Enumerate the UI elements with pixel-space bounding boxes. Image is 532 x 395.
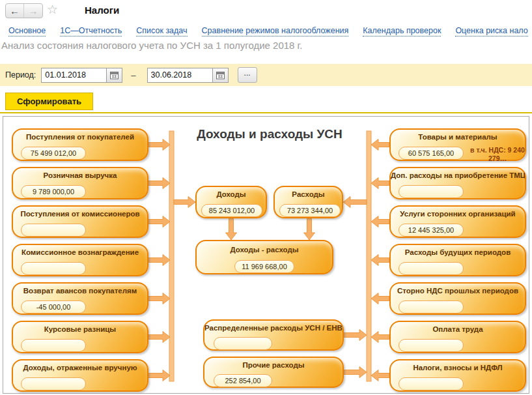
section-links: Основное 1С—Отчетность Список задач Срав… <box>8 26 532 37</box>
node-commission-fee[interactable]: Комиссионное вознаграждение <box>12 244 148 276</box>
node-title: Поступления от покупателей <box>13 133 147 141</box>
favorite-star-icon[interactable]: ☆ <box>47 2 58 17</box>
arrow-icon <box>371 370 389 381</box>
back-button[interactable]: ← <box>6 4 24 18</box>
node-receipts-from-commissioners[interactable]: Поступления от комиссионеров <box>12 205 148 238</box>
node-distributed-expenses[interactable]: Распределенные расходы УСН / ЕНВД <box>203 319 344 351</box>
arrow-icon <box>148 370 170 381</box>
node-future-period-expenses[interactable]: Расходы будущих периодов <box>389 244 526 276</box>
period-to-field <box>147 68 229 83</box>
arrow-icon <box>148 332 170 343</box>
calendar-glyph <box>216 71 225 80</box>
period-from-field <box>41 68 122 83</box>
generate-button[interactable]: Сформировать <box>5 93 93 110</box>
node-value: 9 789 000,00 <box>21 185 86 198</box>
diagram-canvas: Доходы и расходы УСН Поступления от поку… <box>3 117 529 393</box>
node-title: Возврат авансов покупателям <box>13 287 147 295</box>
diagram-title: Доходы и расходы УСН <box>195 127 344 141</box>
link-tax-mode-comparison[interactable]: Сравнение режимов налогообложения <box>202 26 349 37</box>
period-label: Период: <box>5 70 36 80</box>
node-title: Оплата труда <box>391 325 525 333</box>
node-manual-income[interactable]: Доходы, отраженные вручную <box>12 359 148 392</box>
node-title: Доходы <box>197 190 266 198</box>
node-value <box>399 377 464 390</box>
arrow-icon <box>371 216 389 227</box>
period-to-input[interactable] <box>148 68 212 82</box>
link-main[interactable]: Основное <box>8 26 46 37</box>
node-value <box>399 300 464 314</box>
left-trunk-line <box>169 131 174 381</box>
period-more-button[interactable]: ... <box>238 67 257 83</box>
node-receipts-from-buyers[interactable]: Поступления от покупателей 75 499 012,00 <box>12 128 148 161</box>
node-title: Курсовые разницы <box>13 325 147 333</box>
node-value <box>399 339 464 352</box>
node-title: Прочие расходы <box>204 361 343 369</box>
node-value <box>21 377 86 390</box>
arrow-icon <box>148 255 170 266</box>
node-value: 60 575 165,00 <box>399 147 464 160</box>
node-income[interactable]: Доходы 85 243 012,00 <box>195 186 267 218</box>
calendar-icon[interactable] <box>212 68 228 82</box>
arrow-icon <box>343 197 367 208</box>
arrow-icon <box>174 197 195 208</box>
node-other-expenses[interactable]: Прочие расходы 252 854,00 <box>203 357 344 388</box>
diagram-panel: Доходы и расходы УСН Поступления от поку… <box>3 116 529 394</box>
arrow-icon <box>371 178 389 189</box>
node-taxes-contributions[interactable]: Налоги, взносы и НДФЛ <box>389 359 526 392</box>
forward-button[interactable]: → <box>24 4 42 18</box>
node-title: Услуги сторонних организаций <box>391 210 525 218</box>
calendar-icon[interactable] <box>106 68 122 82</box>
node-title: Поступления от комиссионеров <box>13 210 147 218</box>
calendar-glyph <box>110 71 119 80</box>
link-audit-calendar[interactable]: Календарь проверок <box>363 26 441 37</box>
node-exchange-differences[interactable]: Курсовые разницы <box>12 321 148 353</box>
arrow-icon <box>344 330 367 341</box>
arrow-icon <box>371 293 389 304</box>
arrow-icon <box>148 139 170 151</box>
link-task-list[interactable]: Список задач <box>136 26 187 37</box>
link-1c-reporting[interactable]: 1С—Отчетность <box>60 26 122 37</box>
node-title: Комиссионное вознаграждение <box>13 248 147 256</box>
app-window: ← → ☆ Налоги Основное 1С—Отчетность Спис… <box>0 0 532 395</box>
period-bar: Период: – <box>0 64 532 86</box>
arrow-icon <box>304 218 315 240</box>
node-value: -45 000,00 <box>21 300 86 314</box>
arrow-icon <box>226 218 237 240</box>
node-value <box>399 185 464 198</box>
node-advance-returns[interactable]: Возврат авансов покупателям -45 000,00 <box>12 282 148 315</box>
page-title: Анализ состояния налогового учета по УСН… <box>1 40 302 51</box>
period-from-input[interactable] <box>42 68 106 82</box>
node-value: 252 854,00 <box>214 374 272 387</box>
node-value: 85 243 012,00 <box>201 204 262 217</box>
link-audit-risk[interactable]: Оценка риска нало <box>455 26 527 37</box>
node-title: Расходы <box>275 190 342 198</box>
arrow-icon <box>371 332 389 343</box>
node-vat-note: в т.ч. НДС: 9 240 279… <box>470 146 525 162</box>
node-title: Доходы - расходы <box>197 246 332 254</box>
node-vat-reversal[interactable]: Сторно НДС прошлых периодов <box>389 282 526 315</box>
node-value <box>21 224 86 237</box>
node-extra-tmc-costs[interactable]: Доп. расходы на приобретение ТМЦ <box>389 167 526 199</box>
window-title: Налоги <box>85 5 119 16</box>
node-retail-revenue[interactable]: Розничная выручка 9 789 000,00 <box>12 167 148 199</box>
history-nav: ← → <box>5 3 43 18</box>
node-title: Доходы, отраженные вручную <box>13 364 147 372</box>
arrow-icon <box>371 139 389 151</box>
node-goods-materials[interactable]: Товары и материалы 60 575 165,00 в т.ч. … <box>389 128 526 161</box>
node-value: 12 445 325,00 <box>399 224 464 237</box>
arrow-icon <box>148 178 170 189</box>
arrow-icon <box>148 293 170 304</box>
arrow-icon <box>371 255 389 266</box>
node-income-minus-expense[interactable]: Доходы - расходы 11 969 668,00 <box>195 240 333 274</box>
node-title: Товары и материалы <box>391 133 525 141</box>
node-expense[interactable]: Расходы 73 273 344,00 <box>273 186 343 218</box>
separator-line <box>0 112 532 113</box>
node-third-party-services[interactable]: Услуги сторонних организаций 12 445 325,… <box>389 205 526 238</box>
node-title: Распределенные расходы УСН / ЕНВД <box>204 324 343 332</box>
node-value: 73 273 344,00 <box>279 204 341 217</box>
node-title: Розничная выручка <box>13 171 147 179</box>
node-payroll[interactable]: Оплата труда <box>389 321 526 353</box>
node-title: Расходы будущих периодов <box>391 248 525 256</box>
node-title: Доп. расходы на приобретение ТМЦ <box>391 171 525 179</box>
node-title: Налоги, взносы и НДФЛ <box>391 364 525 372</box>
